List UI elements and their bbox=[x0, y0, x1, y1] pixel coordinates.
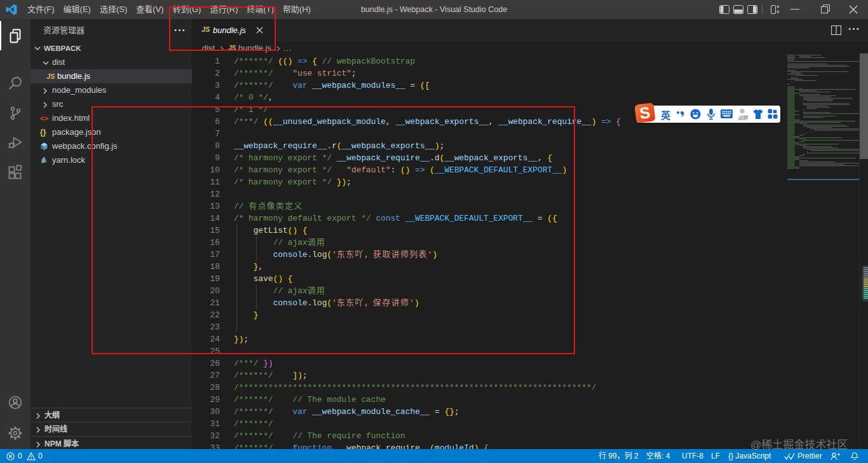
svg-text:15: 15 bbox=[743, 115, 748, 120]
